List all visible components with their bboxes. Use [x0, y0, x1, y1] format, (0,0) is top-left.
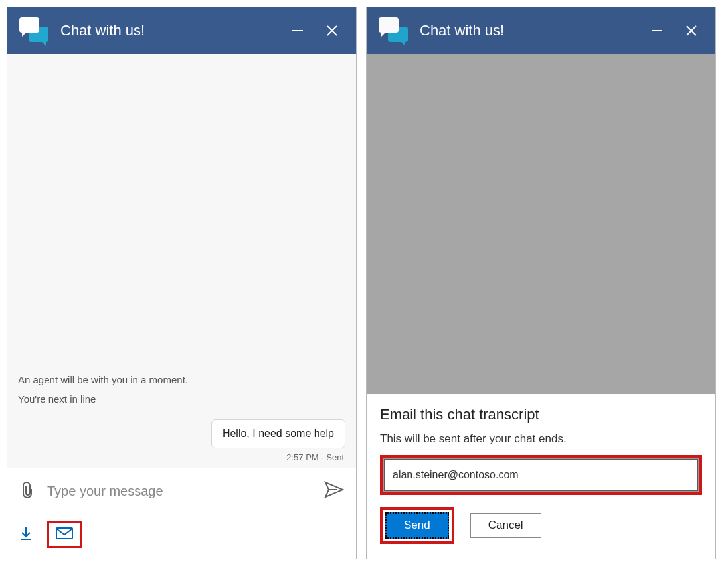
- chat-header: Chat with us!: [367, 7, 715, 54]
- chat-logo-icon: [379, 17, 409, 44]
- email-panel-subtitle: This will be sent after your chat ends.: [380, 432, 702, 446]
- email-field-highlight: [380, 455, 702, 495]
- system-message: You're next in line: [18, 393, 345, 405]
- chat-window-left: Chat with us! An agent will be with you …: [7, 7, 357, 559]
- user-message: Hello, I need some help 2:57 PM - Sent: [18, 419, 345, 462]
- composer: [7, 468, 356, 514]
- chat-header: Chat with us!: [7, 7, 356, 54]
- download-icon[interactable]: [19, 526, 33, 543]
- email-transcript-panel: Email this chat transcript This will be …: [367, 394, 715, 559]
- cancel-button[interactable]: Cancel: [470, 513, 541, 538]
- email-icon[interactable]: [56, 527, 73, 542]
- minimize-button[interactable]: [286, 19, 310, 43]
- chat-body: An agent will be with you in a moment. Y…: [7, 54, 356, 468]
- message-meta: 2:57 PM - Sent: [286, 452, 345, 462]
- email-input[interactable]: [384, 459, 698, 491]
- email-transcript-highlight: [47, 521, 82, 548]
- footer-bar: [7, 514, 356, 559]
- close-button[interactable]: [320, 19, 344, 43]
- chat-logo-icon: [19, 17, 50, 44]
- email-panel-title: Email this chat transcript: [380, 406, 702, 423]
- message-input[interactable]: [47, 484, 312, 499]
- chat-title: Chat with us!: [420, 22, 634, 39]
- system-message: An agent will be with you in a moment.: [18, 374, 345, 385]
- send-icon[interactable]: [324, 481, 344, 501]
- svg-rect-6: [56, 528, 72, 539]
- send-button[interactable]: Send: [385, 512, 449, 539]
- attachment-icon[interactable]: [19, 480, 35, 502]
- send-button-highlight: Send: [380, 507, 454, 544]
- minimize-button[interactable]: [645, 19, 669, 43]
- button-row: Send Cancel: [380, 507, 702, 544]
- chat-title: Chat with us!: [60, 22, 275, 39]
- close-button[interactable]: [680, 19, 703, 43]
- chat-window-right: Chat with us! An agent will be with you …: [366, 7, 716, 559]
- message-bubble: Hello, I need some help: [211, 419, 345, 448]
